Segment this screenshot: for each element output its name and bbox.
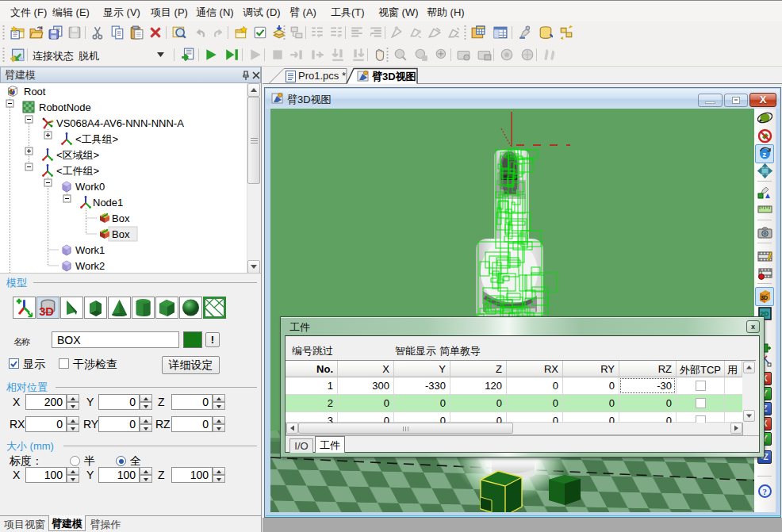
svg-text:RobotNode: RobotNode bbox=[39, 101, 91, 113]
svg-text:Box: Box bbox=[112, 212, 130, 224]
svg-text:Node1: Node1 bbox=[93, 197, 123, 209]
svg-text:<区域组>: <区域组> bbox=[56, 149, 99, 161]
svg-text:VS068A4-AV6-NNN-NNN-A: VS068A4-AV6-NNN-NNN-A bbox=[56, 117, 184, 129]
svg-text:Work2: Work2 bbox=[75, 260, 105, 272]
svg-text:z: z bbox=[763, 151, 767, 159]
svg-text:Root: Root bbox=[24, 86, 46, 98]
svg-text:Work1: Work1 bbox=[75, 244, 105, 256]
svg-text:3D: 3D bbox=[39, 305, 54, 318]
svg-text:?: ? bbox=[763, 487, 768, 496]
svg-text:<工具组>: <工具组> bbox=[75, 133, 118, 145]
svg-text:3D: 3D bbox=[761, 295, 768, 300]
svg-text:Work0: Work0 bbox=[75, 181, 105, 193]
svg-text:Box: Box bbox=[112, 228, 130, 240]
svg-text:<工件组>: <工件组> bbox=[56, 165, 99, 177]
